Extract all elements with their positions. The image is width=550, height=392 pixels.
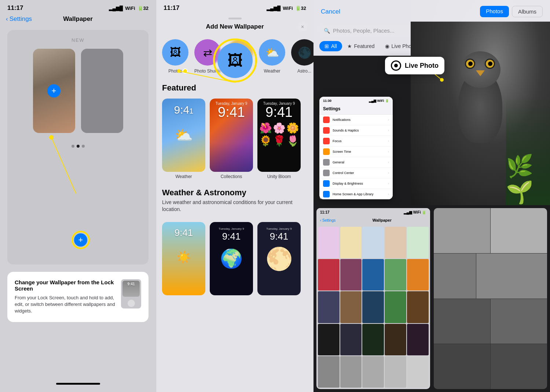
- info-body: From your Lock Screen, touch and hold to…: [15, 295, 115, 315]
- wa-card-2[interactable]: Tuesday, January 9 9:41 🌍: [210, 222, 253, 295]
- panel-photo-picker: Cancel Photos Albums 🔍 Photos, People, P…: [314, 0, 550, 392]
- live-photo-filter-icon: ◉: [385, 43, 389, 49]
- settings-nav: Settings: [319, 105, 393, 115]
- ws-time: 11:17: [320, 210, 330, 214]
- featured-section-title: Featured: [156, 82, 314, 99]
- search-icon: 🔍: [324, 28, 330, 34]
- astro-type-label: Astro...: [297, 69, 311, 74]
- wa-card-3[interactable]: Tuesday, January 9 9:41 🌕: [257, 222, 301, 295]
- status-time-1: 11:17: [7, 4, 23, 12]
- settings-row-icon: [323, 170, 330, 176]
- live-photo-play-dot: [394, 64, 398, 67]
- ws-icons: ▂▄▆ WiFi 🔋: [404, 210, 426, 214]
- photos-type-label: Photos: [168, 69, 182, 74]
- settings-row-chevron: ›: [388, 118, 389, 122]
- weather-type-icon[interactable]: ⛅: [259, 39, 285, 66]
- wa-card-1[interactable]: ☀️ 9:41: [162, 222, 205, 295]
- astro-icon-glyph: 🌑: [298, 46, 311, 59]
- swatch: [362, 259, 384, 291]
- wallpaper-screenshot-status: 11:17 ▂▄▆ WiFi 🔋: [316, 208, 430, 217]
- page-title: Wallpaper: [63, 15, 93, 23]
- type-weather[interactable]: ⛅ Weather: [259, 39, 285, 74]
- settings-row-label: Control Center: [333, 171, 385, 175]
- swatch: [385, 259, 406, 291]
- blur-cell: [434, 344, 490, 389]
- swatch: [385, 356, 406, 388]
- settings-row-label: Screen Time: [333, 150, 385, 154]
- close-icon: ×: [301, 24, 304, 30]
- swatch: [407, 259, 429, 291]
- featured-card-weather[interactable]: ⛅ 9:41 Weather: [162, 99, 205, 179]
- wa-desc: Live weather and astronomical conditions…: [162, 199, 308, 213]
- weather-type-label: Weather: [264, 69, 280, 74]
- phone-previews: +: [33, 49, 123, 133]
- wallpaper-preview-card: NEW +: [7, 30, 148, 265]
- settings-row-chevron: ›: [388, 129, 389, 132]
- mini-phone-preview: 9:41: [121, 279, 141, 308]
- filter-tab-all[interactable]: ⊞ All: [319, 41, 342, 51]
- settings-row: Focus ›: [319, 136, 393, 147]
- weather-card-time: 9:41: [174, 104, 194, 116]
- info-title: Change your Wallpaper from the Lock Scre…: [15, 279, 115, 292]
- wa-title: Weather & Astronomy: [162, 188, 308, 197]
- settings-row-icon: [323, 127, 330, 134]
- unity-card-time: 9:41: [265, 104, 293, 120]
- back-label[interactable]: Settings: [10, 15, 32, 23]
- owl-photo: 🌿🌱: [411, 0, 550, 205]
- settings-screenshot: 11:30 ▂▄▆ WiFi 🔋 Settings Notifications …: [319, 97, 393, 199]
- blur-cell: [434, 299, 490, 344]
- chevron-left-icon: ‹: [6, 15, 8, 23]
- dot-2: [77, 145, 80, 148]
- home-screen-preview[interactable]: [81, 49, 123, 133]
- swatch: [407, 324, 429, 355]
- ws-title: Wallpaper: [373, 218, 392, 222]
- settings-row: General ›: [319, 157, 393, 168]
- wallpaper-screenshot-nav: ‹ Settings Wallpaper: [316, 217, 430, 225]
- tab-photos[interactable]: Photos: [480, 6, 509, 17]
- photos-type-icon[interactable]: 🖼: [162, 39, 188, 66]
- back-button[interactable]: ‹ Settings: [6, 15, 32, 23]
- featured-cards-row: ⛅ 9:41 Weather Tuesday, January 9 9:41 C…: [156, 99, 314, 182]
- panel3-bottom: 11:17 ▂▄▆ WiFi 🔋 ‹ Settings Wallpaper: [314, 205, 550, 392]
- wa-date-3: Tuesday, January 9: [266, 227, 292, 230]
- lock-screen-preview[interactable]: +: [33, 49, 75, 133]
- featured-card-collections[interactable]: Tuesday, January 9 9:41 Collections: [210, 99, 253, 179]
- filter-tab-featured[interactable]: ★ Featured: [342, 41, 380, 51]
- live-photo-tooltip: Live Photo: [385, 57, 444, 74]
- blur-cell: [434, 208, 490, 253]
- status-icons-1: ▂▄▆█ WiFi 🔋32: [109, 5, 148, 11]
- modal-header: Add New Wallpaper ×: [156, 22, 314, 36]
- signal-icon-2: ▂▄▆█: [267, 5, 280, 11]
- signal-icon: ▂▄▆█: [109, 5, 123, 11]
- add-wallpaper-button[interactable]: +: [47, 84, 60, 97]
- swatch: [340, 259, 362, 291]
- new-label: NEW: [72, 37, 84, 43]
- star-icon: ★: [347, 43, 352, 49]
- add-button-highlighted[interactable]: +: [74, 233, 87, 247]
- modal-handle: [228, 18, 242, 19]
- type-astro[interactable]: 🌑 Astro...: [291, 39, 314, 74]
- settings-row-chevron: ›: [388, 171, 389, 175]
- tab-albums[interactable]: Albums: [512, 6, 543, 17]
- settings-row-chevron: ›: [388, 160, 389, 164]
- shuffle-icon-glyph: ⇄: [203, 46, 212, 59]
- cancel-button[interactable]: Cancel: [321, 8, 340, 15]
- photos-albums-tabs: Photos Albums: [480, 6, 543, 17]
- close-button[interactable]: ×: [297, 22, 308, 32]
- wa-screen-1: ☀️ 9:41: [162, 222, 205, 295]
- featured-label: Featured: [354, 43, 375, 49]
- status-bar-2: 11:17 ▂▄▆█ WiFi 🔋32: [156, 0, 314, 14]
- swatch: [318, 324, 340, 355]
- swatch: [318, 259, 340, 291]
- astro-type-icon[interactable]: 🌑: [291, 39, 314, 66]
- settings-row-chevron: ›: [388, 182, 389, 185]
- type-photos[interactable]: 🖼 Photos: [162, 39, 188, 74]
- wa-date-2: Tuesday, January 9: [219, 227, 244, 230]
- swatch: [385, 227, 406, 258]
- settings-row-icon: [323, 148, 330, 155]
- plus-icon-yellow: +: [78, 235, 83, 245]
- swatch: [362, 356, 384, 388]
- dot-1: [72, 145, 74, 148]
- featured-card-unity[interactable]: Tuesday, January 9 9:41 🌺🌸 🌼🌻 🌹🌷 Unity B…: [257, 99, 301, 179]
- collections-card-screen: Tuesday, January 9 9:41: [210, 99, 253, 172]
